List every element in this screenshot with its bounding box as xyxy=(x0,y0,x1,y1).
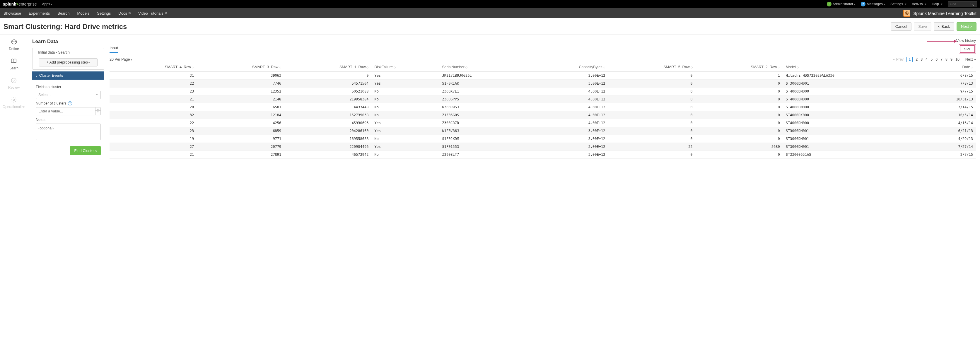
pager-page-4[interactable]: 4 xyxy=(926,57,928,62)
col-smart_3_raw[interactable]: SMART_3_Raw◇ xyxy=(197,63,284,72)
add-preprocessing-button[interactable]: Add preprocessing step xyxy=(39,58,97,67)
cube-icon xyxy=(11,39,17,45)
find-clusters-button[interactable]: Find Clusters xyxy=(70,146,101,155)
nav-video-tutorials[interactable]: Video Tutorials⧉ xyxy=(138,11,167,16)
cancel-button[interactable]: Cancel xyxy=(891,22,912,31)
nav-experiments[interactable]: Experiments xyxy=(29,11,50,16)
cell: 10/31/13 xyxy=(919,95,976,103)
cell: 0 xyxy=(695,79,783,87)
col-smart_4_raw[interactable]: SMART_4_Raw◇ xyxy=(110,63,197,72)
fields-select[interactable]: Select...▼ xyxy=(36,91,101,99)
cell: 4.00E+12 xyxy=(528,87,608,95)
data-panel: View history Input SPL 20 Per Page « Pre… xyxy=(104,35,980,165)
help-icon[interactable]: ? xyxy=(68,101,72,105)
col-smart_1_raw[interactable]: SMART_1_Raw◇ xyxy=(284,63,371,72)
cell: 0 xyxy=(608,72,695,79)
col-smart_5_raw[interactable]: SMART_5_Raw◇ xyxy=(608,63,695,72)
cluster-events-header[interactable]: ⌄Cluster Events xyxy=(32,71,104,79)
num-clusters-field[interactable] xyxy=(36,107,95,115)
table-row[interactable]: 3212184152739038NoZ1Z06G0S4.00E+1200ST40… xyxy=(110,111,976,119)
next-button[interactable]: Next > xyxy=(956,22,977,31)
config-panel: Learn Data ›Initial data - Search Add pr… xyxy=(28,35,104,165)
pager-page-9[interactable]: 9 xyxy=(950,57,953,62)
cell: 4256 xyxy=(197,119,284,127)
cell: 0 xyxy=(695,95,783,103)
table-row[interactable]: 231235250521088NoZ300X7L14.00E+1200ST400… xyxy=(110,87,976,95)
spl-button[interactable]: SPL xyxy=(960,45,975,53)
table-row[interactable]: 236859204286160YesW1F0V86J3.00E+1200ST30… xyxy=(110,127,976,135)
sort-icon: ◇ xyxy=(778,66,780,69)
notes-textarea[interactable] xyxy=(36,124,101,140)
messages-menu[interactable]: 2Messages xyxy=(861,2,885,6)
col-smart_2_raw[interactable]: SMART_2_Raw◇ xyxy=(695,63,783,72)
nav-search[interactable]: Search xyxy=(57,11,69,16)
spin-up-icon[interactable]: ▲ xyxy=(95,108,100,111)
spin-down-icon[interactable]: ▼ xyxy=(95,111,100,114)
col-diskfailure[interactable]: DiskFailure◇ xyxy=(371,63,439,72)
settings-menu[interactable]: Settings xyxy=(890,2,907,6)
pager-page-10[interactable]: 10 xyxy=(955,57,959,62)
sort-icon: ◇ xyxy=(603,66,605,69)
cell: 4/16/14 xyxy=(919,119,976,127)
cell: 6581 xyxy=(197,103,284,111)
stage-learn[interactable]: Learn xyxy=(10,58,19,70)
table-row[interactable]: 31390630YesJK2171B9J0G26L2.00E+1201Hitac… xyxy=(110,72,976,79)
col-serialnumber[interactable]: SerialNumber◇ xyxy=(439,63,528,72)
table-row[interactable]: 2720779220984496YesS1F015533.00E+1232568… xyxy=(110,143,976,151)
col-model[interactable]: Model◇ xyxy=(783,63,919,72)
stage-define[interactable]: Define xyxy=(9,39,19,51)
cell: Yes xyxy=(371,79,439,87)
global-topbar: splunk>enterprise Apps iAdministrator 2M… xyxy=(0,0,980,8)
col-capacitybytes[interactable]: CapacityBytes◇ xyxy=(528,63,608,72)
pager-page-3[interactable]: 3 xyxy=(921,57,923,62)
table-row[interactable]: 212148219958384NoZ300GPPS4.00E+1200ST400… xyxy=(110,95,976,103)
col-date[interactable]: Date◇ xyxy=(919,63,976,72)
nav-docs[interactable]: Docs⧉ xyxy=(118,11,130,16)
table-row[interactable]: 212789146572942NoZ2908LT73.00E+1200ST330… xyxy=(110,151,976,159)
find-input[interactable] xyxy=(950,2,970,6)
apps-menu[interactable]: Apps xyxy=(42,2,52,6)
pager-page-6[interactable]: 6 xyxy=(935,57,937,62)
cell: Z2908LT7 xyxy=(439,151,528,159)
cluster-events-section: ⌄Cluster Events Fields to cluster Select… xyxy=(32,71,104,159)
pager-page-5[interactable]: 5 xyxy=(931,57,932,62)
cell: 3.00E+12 xyxy=(528,143,608,151)
initial-data-section[interactable]: ›Initial data - Search Add preprocessing… xyxy=(32,48,104,70)
pager-page-1[interactable]: 1 xyxy=(907,57,913,62)
external-link-icon: ⧉ xyxy=(165,11,167,15)
table-row[interactable]: 2865814433448NoW300R9SJ4.00E+1200ST4000D… xyxy=(110,103,976,111)
view-history-link[interactable]: View history xyxy=(956,39,976,43)
stage-rail: Define Learn Review Operationalize xyxy=(0,35,28,165)
nav-settings[interactable]: Settings xyxy=(97,11,111,16)
cell: 0 xyxy=(608,111,695,119)
cell: 27891 xyxy=(197,151,284,159)
cell: 3.00E+12 xyxy=(528,127,608,135)
pager-page-7[interactable]: 7 xyxy=(940,57,942,62)
pager-page-8[interactable]: 8 xyxy=(945,57,948,62)
cell: Yes xyxy=(371,127,439,135)
cell: 219958384 xyxy=(284,95,371,103)
table-row[interactable]: 22425645930696YesZ300CR7D4.00E+1200ST400… xyxy=(110,119,976,127)
nav-models[interactable]: Models xyxy=(77,11,89,16)
cell: 21 xyxy=(110,95,197,103)
cell: 0 xyxy=(695,127,783,135)
num-clusters-input[interactable]: ▲▼ xyxy=(36,107,101,115)
cell: 169558688 xyxy=(284,135,371,143)
nav-showcase[interactable]: Showcase xyxy=(3,11,21,16)
help-menu[interactable]: Help xyxy=(932,2,942,6)
cell: 3.00E+12 xyxy=(528,79,608,87)
tab-input[interactable]: Input xyxy=(110,46,118,53)
pager-next[interactable]: Next » xyxy=(966,57,976,62)
global-find[interactable] xyxy=(948,1,977,7)
notes-label: Notes xyxy=(36,118,101,122)
cell: No xyxy=(371,135,439,143)
table-row[interactable]: 22774654571504YesS1F0R1AK3.00E+1200ST300… xyxy=(110,79,976,87)
table-row[interactable]: 199771169558688NoS1F02XDM3.00E+1200ST300… xyxy=(110,135,976,143)
activity-menu[interactable]: Activity xyxy=(912,2,926,6)
cell: Z300X7L1 xyxy=(439,87,528,95)
administrator-menu[interactable]: iAdministrator xyxy=(827,2,856,6)
per-page-select[interactable]: 20 Per Page xyxy=(110,57,132,62)
back-button[interactable]: < Back xyxy=(934,22,954,31)
cell: 4.00E+12 xyxy=(528,95,608,103)
pager-page-2[interactable]: 2 xyxy=(916,57,918,62)
